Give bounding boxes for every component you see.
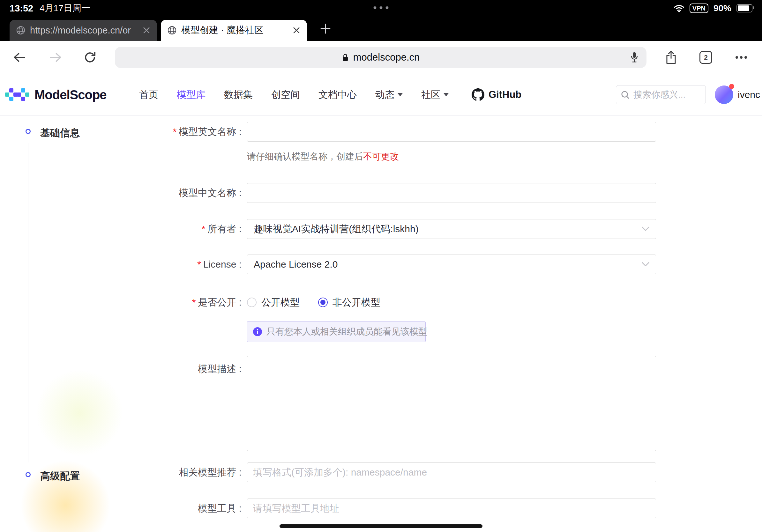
nav-item-models[interactable]: 模型库 xyxy=(177,88,205,101)
radio-private[interactable]: 非公开模型 xyxy=(318,296,380,309)
more-options-button[interactable] xyxy=(735,56,747,59)
label-text: License : xyxy=(203,259,242,270)
label-text: 模型中文名称 : xyxy=(179,187,242,198)
github-icon xyxy=(472,88,485,101)
lock-icon xyxy=(342,53,349,62)
label-text: 相关模型推荐 : xyxy=(179,467,242,478)
battery-percent: 90% xyxy=(714,3,731,13)
chevron-down-icon xyxy=(398,93,403,96)
nav-item-feed[interactable]: 动态 xyxy=(375,88,403,101)
close-tab-icon[interactable] xyxy=(142,26,151,34)
header-search[interactable] xyxy=(616,85,706,104)
model-tools-input[interactable] xyxy=(247,499,656,518)
section-title-advanced: 高级配置 xyxy=(40,470,80,483)
model-name-en-input[interactable] xyxy=(247,122,656,142)
step-bullet-advanced xyxy=(26,472,31,477)
close-tab-icon[interactable] xyxy=(292,26,301,34)
radio-public[interactable]: 公开模型 xyxy=(247,296,300,309)
tab-title: https://modelscope.cn/or xyxy=(30,25,138,36)
search-icon xyxy=(621,90,630,99)
info-icon xyxy=(253,327,262,336)
primary-nav: 首页 模型库 数据集 创空间 文档中心 动态 社区 xyxy=(139,74,449,115)
new-tab-button[interactable] xyxy=(320,23,331,34)
notification-dot xyxy=(729,84,734,89)
tab-count: 2 xyxy=(704,54,708,61)
modelscope-logo-icon xyxy=(5,86,29,104)
required-mark: * xyxy=(202,224,205,234)
label-owner: *所有者 : xyxy=(202,219,242,239)
tabs-button[interactable]: 2 xyxy=(700,51,712,64)
license-select[interactable]: Apache License 2.0 xyxy=(247,254,656,274)
hint-text: 请仔细确认模型名称，创建后 xyxy=(247,152,363,162)
related-models-input[interactable] xyxy=(247,462,656,482)
browser-tab-strip: https://modelscope.cn/or 模型创建 · 魔搭社区 xyxy=(0,17,762,41)
share-button[interactable] xyxy=(665,50,677,64)
nav-item-studios[interactable]: 创空间 xyxy=(271,88,300,101)
github-label: GitHub xyxy=(489,89,521,100)
nav-item-docs[interactable]: 文档中心 xyxy=(319,88,357,101)
nav-item-home[interactable]: 首页 xyxy=(139,88,158,101)
radio-icon-checked xyxy=(318,298,328,307)
browser-tab-active[interactable]: 模型创建 · 魔搭社区 xyxy=(161,20,307,41)
globe-icon xyxy=(167,26,177,35)
clock: 13:52 xyxy=(10,3,33,14)
label-model-tools: 模型工具 : xyxy=(198,499,242,518)
background-glow xyxy=(33,367,126,459)
status-date: 4月17日周一 xyxy=(39,2,90,14)
nav-item-community[interactable]: 社区 xyxy=(421,88,449,101)
browser-tab-background[interactable]: https://modelscope.cn/or xyxy=(10,20,157,41)
label-text: 模型英文名称 : xyxy=(179,126,242,137)
wifi-icon xyxy=(674,4,684,13)
license-value: Apache License 2.0 xyxy=(254,259,338,270)
github-link[interactable]: GitHub xyxy=(472,88,521,101)
nav-label: 动态 xyxy=(375,88,394,101)
reload-button[interactable] xyxy=(83,51,97,64)
chevron-down-icon xyxy=(642,227,649,232)
visibility-radio-group: 公开模型 非公开模型 xyxy=(247,293,380,312)
chevron-down-icon xyxy=(443,93,449,96)
label-model-name-zh: 模型中文名称 : xyxy=(179,183,242,203)
microphone-icon[interactable] xyxy=(630,51,639,63)
model-description-textarea[interactable] xyxy=(247,356,656,451)
step-connector-line xyxy=(28,143,29,462)
avatar[interactable] xyxy=(715,86,733,104)
back-button[interactable] xyxy=(12,51,27,64)
owner-select[interactable]: 趣味视觉AI实战特训营(组织代码:lskhh) xyxy=(247,219,656,239)
label-license: *License : xyxy=(197,254,242,274)
search-input[interactable] xyxy=(633,89,701,100)
nav-divider xyxy=(461,89,461,101)
background-glow xyxy=(18,457,113,532)
brand-wordmark: ModelScope xyxy=(35,88,107,102)
visibility-note-text: 只有您本人或相关组织成员能看见该模型 xyxy=(267,326,427,338)
step-bullet-basic xyxy=(26,129,31,134)
label-text: 所有者 : xyxy=(207,224,242,234)
address-bar[interactable]: modelscope.cn xyxy=(115,47,647,68)
label-text: 是否公开 : xyxy=(198,297,242,307)
address-text: modelscope.cn xyxy=(353,52,420,63)
home-indicator[interactable] xyxy=(279,524,483,528)
section-title-basic: 基础信息 xyxy=(40,126,80,140)
globe-icon xyxy=(16,26,26,35)
modelscope-logo[interactable]: ModelScope xyxy=(5,86,107,104)
battery-icon xyxy=(736,4,752,13)
label-description: 模型描述 : xyxy=(198,359,242,379)
label-text: 模型工具 : xyxy=(198,503,242,513)
label-related-models: 相关模型推荐 : xyxy=(179,462,242,482)
forward-button[interactable] xyxy=(48,51,62,64)
tab-title: 模型创建 · 魔搭社区 xyxy=(181,24,288,37)
model-name-zh-input[interactable] xyxy=(247,183,656,203)
screen: 13:52 4月17日周一 VPN 90% xyxy=(0,0,762,532)
label-text: 模型描述 : xyxy=(198,364,242,374)
required-mark: * xyxy=(192,297,196,307)
status-bar: 13:52 4月17日周一 VPN 90% xyxy=(0,0,762,17)
radio-icon xyxy=(247,298,257,307)
required-mark: * xyxy=(173,126,177,137)
username[interactable]: ivenc xyxy=(738,89,760,100)
radio-label: 非公开模型 xyxy=(333,296,380,309)
nav-item-datasets[interactable]: 数据集 xyxy=(224,88,253,101)
name-hint: 请仔细确认模型名称，创建后不可更改 xyxy=(247,151,399,163)
label-model-name-en: *模型英文名称 : xyxy=(173,122,242,142)
vpn-badge: VPN xyxy=(690,4,708,13)
nav-label: 社区 xyxy=(421,88,440,101)
hint-emphasis: 不可更改 xyxy=(363,152,399,162)
